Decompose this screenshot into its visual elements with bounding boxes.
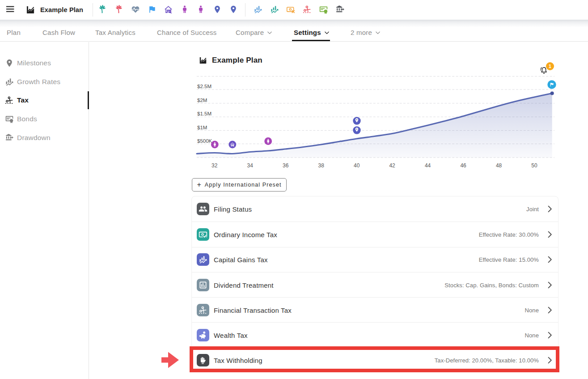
- svg-text:34: 34: [247, 162, 254, 169]
- svg-text:$1.5M: $1.5M: [197, 111, 212, 116]
- svg-text:38: 38: [318, 162, 325, 169]
- svg-text:$500K: $500K: [197, 138, 212, 144]
- svg-text:40: 40: [354, 162, 360, 169]
- svg-text:$2M: $2M: [197, 98, 207, 103]
- svg-text:36: 36: [283, 162, 289, 169]
- svg-text:$2.5M: $2.5M: [197, 84, 212, 89]
- svg-text:48: 48: [496, 162, 502, 169]
- svg-text:50: 50: [531, 162, 537, 169]
- svg-text:42: 42: [389, 162, 395, 169]
- svg-text:46: 46: [460, 162, 466, 169]
- svg-text:32: 32: [212, 162, 218, 169]
- svg-text:$1M: $1M: [197, 125, 207, 130]
- svg-text:44: 44: [425, 162, 431, 169]
